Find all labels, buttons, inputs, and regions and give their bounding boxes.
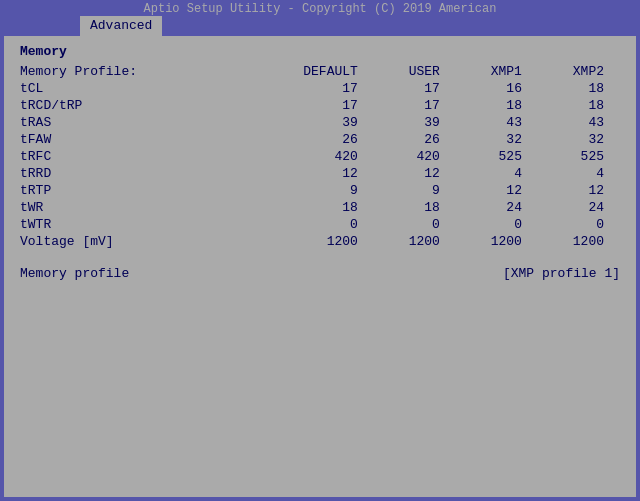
table-row: tRCD/tRP17171818 — [20, 97, 620, 114]
tab-bar: Advanced — [0, 14, 640, 36]
row-xmp2: 1200 — [538, 233, 620, 250]
row-default: 17 — [251, 97, 374, 114]
row-user: 420 — [374, 148, 456, 165]
row-user: 12 — [374, 165, 456, 182]
table-row: tWTR0000 — [20, 216, 620, 233]
row-xmp2: 43 — [538, 114, 620, 131]
col-header-default: DEFAULT — [251, 63, 374, 80]
main-content: Memory Memory Profile: DEFAULT USER XMP1… — [4, 36, 636, 497]
row-label: tRRD — [20, 165, 251, 182]
row-xmp1: 24 — [456, 199, 538, 216]
col-header-label: Memory Profile: — [20, 63, 251, 80]
row-default: 420 — [251, 148, 374, 165]
row-xmp2: 525 — [538, 148, 620, 165]
table-row: tRRD121244 — [20, 165, 620, 182]
tab-advanced[interactable]: Advanced — [80, 16, 162, 36]
row-user: 39 — [374, 114, 456, 131]
row-label: tRFC — [20, 148, 251, 165]
row-default: 12 — [251, 165, 374, 182]
row-xmp1: 43 — [456, 114, 538, 131]
row-user: 9 — [374, 182, 456, 199]
col-header-xmp2: XMP2 — [538, 63, 620, 80]
table-row: tCL17171618 — [20, 80, 620, 97]
profile-row[interactable]: Memory profile [XMP profile 1] — [20, 266, 620, 281]
table-row: tRTP991212 — [20, 182, 620, 199]
row-default: 9 — [251, 182, 374, 199]
profile-label: Memory profile — [20, 266, 129, 281]
row-xmp2: 24 — [538, 199, 620, 216]
row-label: tFAW — [20, 131, 251, 148]
row-default: 0 — [251, 216, 374, 233]
row-xmp1: 0 — [456, 216, 538, 233]
row-xmp2: 32 — [538, 131, 620, 148]
row-label: Voltage [mV] — [20, 233, 251, 250]
row-xmp2: 18 — [538, 80, 620, 97]
header-title: Aptio Setup Utility - Copyright (C) 2019… — [0, 0, 640, 14]
row-xmp1: 18 — [456, 97, 538, 114]
row-label: tCL — [20, 80, 251, 97]
row-label: tRCD/tRP — [20, 97, 251, 114]
row-xmp1: 525 — [456, 148, 538, 165]
row-xmp2: 0 — [538, 216, 620, 233]
section-memory-title: Memory — [20, 44, 620, 59]
profile-value: [XMP profile 1] — [503, 266, 620, 281]
row-xmp1: 16 — [456, 80, 538, 97]
row-xmp1: 1200 — [456, 233, 538, 250]
table-row: tWR18182424 — [20, 199, 620, 216]
col-header-user: USER — [374, 63, 456, 80]
row-xmp1: 12 — [456, 182, 538, 199]
row-xmp2: 18 — [538, 97, 620, 114]
row-xmp2: 4 — [538, 165, 620, 182]
col-header-xmp1: XMP1 — [456, 63, 538, 80]
row-user: 1200 — [374, 233, 456, 250]
table-row: tRAS39394343 — [20, 114, 620, 131]
row-user: 26 — [374, 131, 456, 148]
row-default: 26 — [251, 131, 374, 148]
row-default: 1200 — [251, 233, 374, 250]
table-row: tRFC420420525525 — [20, 148, 620, 165]
table-row: Voltage [mV]1200120012001200 — [20, 233, 620, 250]
row-user: 0 — [374, 216, 456, 233]
row-default: 39 — [251, 114, 374, 131]
row-label: tRAS — [20, 114, 251, 131]
memory-table: Memory Profile: DEFAULT USER XMP1 XMP2 t… — [20, 63, 620, 250]
row-user: 17 — [374, 97, 456, 114]
row-label: tWR — [20, 199, 251, 216]
row-default: 18 — [251, 199, 374, 216]
row-xmp1: 4 — [456, 165, 538, 182]
row-user: 17 — [374, 80, 456, 97]
row-default: 17 — [251, 80, 374, 97]
table-row: tFAW26263232 — [20, 131, 620, 148]
row-label: tWTR — [20, 216, 251, 233]
row-user: 18 — [374, 199, 456, 216]
row-xmp2: 12 — [538, 182, 620, 199]
row-label: tRTP — [20, 182, 251, 199]
row-xmp1: 32 — [456, 131, 538, 148]
